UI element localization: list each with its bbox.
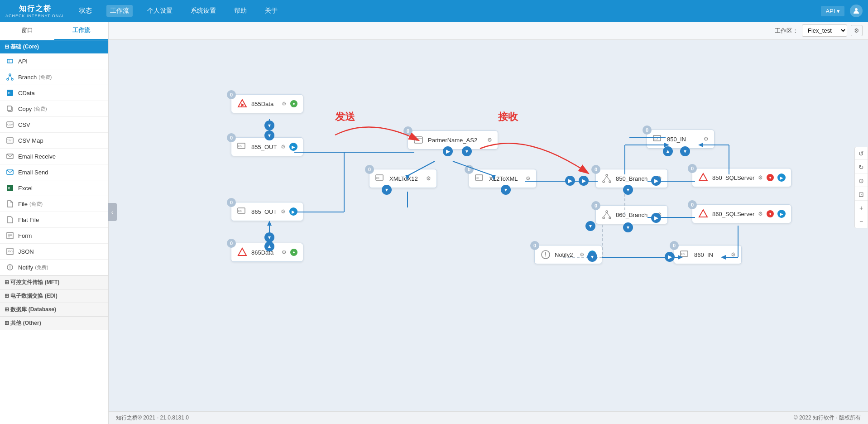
node-run-button[interactable]: ▶ [777,173,786,182]
sidebar-item-emailsend[interactable]: Email Send [0,164,108,180]
node-gear-button[interactable]: ⚙ [282,249,287,255]
node-865out[interactable]: 0 EDI 865_OUT ⚙ ▶ [231,202,303,221]
connector-x12toxml-right2[interactable]: ▶ [579,176,589,186]
node-850in[interactable]: 0 EDI 850_IN ⚙ [647,130,715,149]
connector-xmltox12-down[interactable]: ▾ [382,185,392,195]
sidebar-item-excel[interactable]: X Excel [0,180,108,196]
label-jieshou: 接收 [498,110,518,124]
nav-system[interactable]: 系统设置 [187,5,220,17]
connector-850branch-down[interactable]: ▾ [623,185,633,195]
sidebar-item-notify[interactable]: ! Notify (免费) [0,260,108,275]
node-stop-button[interactable]: ● [767,174,774,181]
svg-marker-85 [699,210,707,217]
node-860in[interactable]: 0 EDI 860_IN ⚙ [674,245,742,264]
sidebar-item-copy[interactable]: Copy (免费) [0,101,108,117]
node-start-button[interactable]: ● [290,100,297,107]
connector-x12toxml-down[interactable]: ▾ [501,185,511,195]
category-other[interactable]: ⊞ 其他 (Other) [0,316,108,330]
node-run-button[interactable]: ▶ [289,207,297,216]
connector-as2-right[interactable]: ▾ [462,146,472,156]
node-855out[interactable]: 0 EDI 855_OUT ⚙ ▶ [231,137,303,156]
node-gear-button[interactable]: ⚙ [731,251,736,258]
connector-as2-left[interactable]: ▶ [443,146,453,156]
nav-about[interactable]: 关于 [261,5,281,17]
connector-850in-down1[interactable]: ▲ [663,146,673,156]
node-850sqlserver[interactable]: 0 850_SQLServer ⚙ ● ▶ [692,168,791,187]
node-title: PartnerName_AS2 [428,137,484,144]
tool-fit[interactable]: ⊡ [855,188,868,201]
connector-855data-down2[interactable]: ▾ [264,130,274,140]
connector-860branch-down2[interactable]: ▾ [623,222,633,232]
badge-xmltox12: 0 [365,165,374,174]
sidebar-item-api[interactable]: API [0,53,108,69]
user-icon[interactable] [850,5,863,17]
node-gear-button[interactable]: ⚙ [526,175,531,182]
branch-icon [5,72,14,82]
connector-860in-left[interactable]: ▶ [665,252,675,262]
connector-850branch-right[interactable]: ▶ [651,176,661,186]
node-gear-button[interactable]: ⚙ [282,101,287,107]
core-section[interactable]: ⊟ 基础 (Core) [0,40,108,53]
nav-help[interactable]: 帮助 [230,5,250,17]
svg-line-84 [607,212,610,217]
category-label: ⊞ 数据库 (Database) [5,306,56,313]
connector-855data-down[interactable]: ▾ [264,120,274,130]
api-button[interactable]: API ▾ [821,6,844,16]
node-partneras2[interactable]: 0 PartnerName_AS2 ⚙ [408,130,498,149]
860branch-icon [601,209,612,220]
svg-text:EDI: EDI [654,137,658,140]
connector-850in-down2[interactable]: ▾ [680,146,690,156]
sidebar-item-emailreceive[interactable]: Email Receive [0,149,108,164]
node-gear-button[interactable]: ⚙ [704,136,709,142]
tool-view[interactable]: ⊙ [855,174,868,187]
workspace-select[interactable]: Flex_test [802,24,847,37]
category-edi[interactable]: ⊞ 电子数据交换 (EDI) [0,289,108,303]
sidebar-item-branch[interactable]: Branch (免费) [0,69,108,85]
node-gear-button[interactable]: ⚙ [281,144,286,150]
node-xmltox12[interactable]: 0 100 XMLToX12 ⚙ [369,169,437,188]
badge-partneras2: 0 [403,126,412,135]
nav-personal[interactable]: 个人设置 [144,5,176,17]
category-mft[interactable]: ⊞ 可控文件传输 (MFT) [0,275,108,289]
tool-undo[interactable]: ↻ [855,161,868,173]
node-run-button[interactable]: ▶ [289,143,297,151]
workspace-gear-button[interactable]: ⚙ [851,25,863,36]
node-855data[interactable]: 0 ▶ 855Data ⚙ ● [231,94,303,113]
sidebar-item-csvmap[interactable]: CSV CSV Map [0,133,108,149]
sidebar-collapse[interactable]: ‹ [108,203,117,221]
node-run-button[interactable]: ▶ [777,210,786,218]
connector-865-up2[interactable]: ▲ [264,241,274,251]
sidebar-item-json[interactable]: JSON JSON [0,244,108,260]
tool-zoom-in[interactable]: + [855,202,868,214]
connector-notify2-up[interactable]: ▾ [587,252,597,262]
node-gear-button[interactable]: ⚙ [487,137,492,143]
node-stop-button[interactable]: ● [767,210,774,217]
connector-x12toxml-right1[interactable]: ▶ [565,176,575,186]
tab-workflow[interactable]: 工作流 [54,22,109,40]
node-gear-button[interactable]: ⚙ [758,174,763,181]
nav-workflow[interactable]: 工作流 [106,5,133,17]
svg-text:100: 100 [376,177,379,179]
nav-status[interactable]: 状态 [76,5,96,17]
sidebar-item-form[interactable]: Form [0,228,108,244]
tool-zoom-out[interactable]: − [855,215,868,228]
connector-860branch-right[interactable]: ▶ [651,213,661,223]
category-database[interactable]: ⊞ 数据库 (Database) [0,303,108,316]
node-gear-button[interactable]: ⚙ [281,208,286,215]
tool-refresh[interactable]: ↺ [855,147,868,160]
workflow-canvas[interactable]: 发送 接收 0 ▶ 855Data ⚙ ● ▾ ▾ 0 EDI 8 [109,40,868,411]
sidebar-item-cdata[interactable]: C CData [0,85,108,101]
node-gear-button[interactable]: ⚙ [758,211,763,217]
node-860sqlserver[interactable]: 0 860_SQLServer ⚙ ● ▶ [692,204,791,223]
node-x12toxml[interactable]: 0 100 X12ToXML ⚙ [469,169,537,188]
node-start-button[interactable]: ● [290,249,297,256]
connector-860branch-down1[interactable]: ▾ [585,221,595,231]
sidebar-item-file[interactable]: File (免费) [0,196,108,212]
json-icon: JSON [5,247,14,256]
connector-865-up[interactable]: ▾ [264,232,274,242]
node-gear-button[interactable]: ⚙ [580,251,585,258]
sidebar-item-csv[interactable]: CSV CSV [0,117,108,133]
tab-window[interactable]: 窗口 [0,22,54,40]
sidebar-item-flatfile[interactable]: Flat File [0,212,108,228]
node-gear-button[interactable]: ⚙ [426,175,431,182]
